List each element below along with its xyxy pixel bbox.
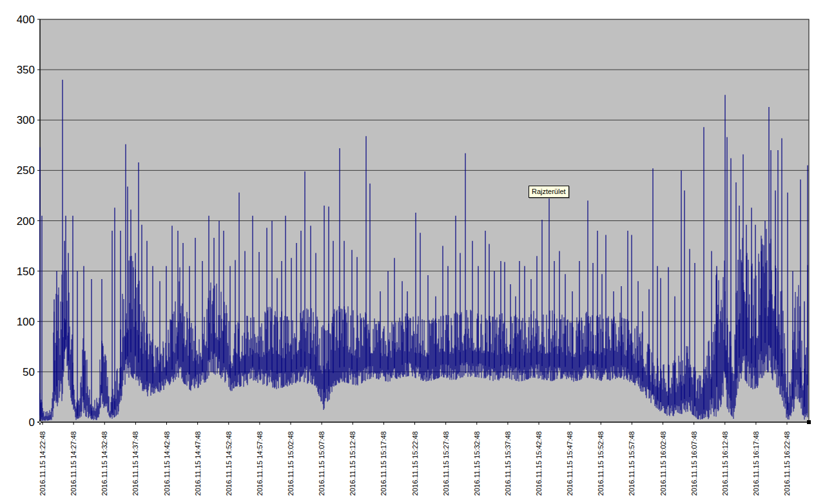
x-axis-label: 2016.11.15 16:22:48: [783, 431, 791, 496]
x-axis-label: 2016.11.15 16:17:48: [752, 431, 760, 496]
x-axis-label: 2016.11.15 16:07:48: [690, 431, 698, 496]
x-axis-label: 2016.11.15 15:57:48: [628, 431, 636, 496]
x-axis-label: 2016.11.15 15:07:48: [318, 431, 325, 496]
chart-canvas: 4003503002502001501005002016.11.15 14:22…: [0, 0, 825, 504]
x-axis-label: 2016.11.15 14:47:48: [194, 431, 202, 496]
x-axis-label: 2016.11.15 14:42:48: [163, 431, 171, 496]
x-axis-label: 2016.11.15 15:12:48: [349, 431, 356, 496]
y-axis-label: 400: [17, 14, 35, 26]
y-axis-label: 200: [17, 215, 35, 228]
x-axis-label: 2016.11.15 15:32:48: [473, 431, 481, 496]
y-axis-label: 0: [29, 416, 35, 429]
y-axis-label: 300: [17, 114, 35, 126]
x-axis-label: 2016.11.15 16:02:48: [659, 431, 667, 496]
x-axis-label: 2016.11.15 15:42:48: [535, 431, 543, 496]
x-axis-label: 2016.11.15 15:27:48: [442, 431, 450, 496]
y-axis-label: 150: [17, 266, 35, 278]
x-axis-label: 2016.11.15 14:27:48: [70, 431, 77, 496]
y-axis-label: 50: [23, 366, 35, 378]
y-axis-label: 250: [17, 164, 35, 177]
x-axis-label: 2016.11.15 14:37:48: [131, 431, 139, 496]
x-axis-label: 2016.11.15 15:37:48: [504, 431, 512, 496]
y-axis-label: 100: [17, 316, 35, 328]
selection-square-handle[interactable]: [807, 420, 811, 424]
x-axis-label: 2016.11.15 15:47:48: [566, 431, 574, 496]
x-axis-label: 2016.11.15 15:22:48: [411, 431, 419, 496]
selection-cross-center: [39, 422, 41, 423]
x-axis-label: 2016.11.15 14:32:48: [101, 431, 108, 496]
x-axis-label: 2016.11.15 15:17:48: [380, 431, 387, 496]
y-axis-label: 350: [17, 64, 35, 76]
plot-area-tooltip: Rajzterület: [529, 186, 569, 198]
x-axis-label: 2016.11.15 16:12:48: [721, 431, 729, 496]
x-axis-label: 2016.11.15 14:22:48: [39, 431, 46, 496]
x-axis-label: 2016.11.15 15:52:48: [597, 431, 605, 496]
x-axis-label: 2016.11.15 15:02:48: [287, 431, 295, 496]
x-axis-label: 2016.11.15 14:57:48: [256, 431, 264, 496]
x-axis-label: 2016.11.15 14:52:48: [225, 431, 233, 496]
